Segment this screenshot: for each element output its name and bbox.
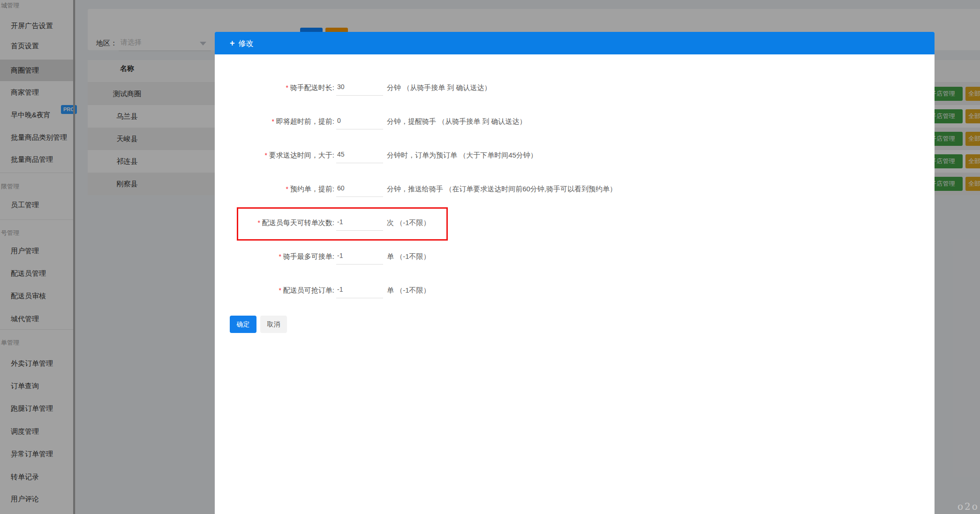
watermark: o2o (957, 501, 979, 512)
form-row-grab-limit: *配送员可抢订单: 单 （-1不限） (215, 273, 935, 307)
delivery-duration-input[interactable] (336, 80, 383, 96)
required-mark: * (286, 185, 288, 193)
field-suffix: 分钟时，订单为预订单 （大于下单时间45分钟） (387, 151, 537, 160)
confirm-button[interactable]: 确定 (230, 316, 256, 333)
required-mark: * (271, 118, 274, 125)
modal-footer: 确定 取消 (215, 316, 935, 333)
required-mark: * (279, 287, 281, 294)
grab-limit-input[interactable] (336, 283, 383, 298)
modal-title: 修改 (239, 39, 254, 47)
required-mark: * (257, 219, 260, 227)
field-suffix: 单 （-1不限） (387, 286, 430, 295)
plus-icon: + (230, 38, 235, 48)
form-row-delivery-duration: *骑手配送时长: 分钟 （从骑手接单 到 确认送达） (215, 71, 935, 105)
preorder-threshold-input[interactable] (336, 148, 383, 163)
timeout-remind-input[interactable] (336, 114, 383, 129)
field-label: *骑手最多可接单: (215, 252, 334, 261)
field-label: *配送员可抢订单: (215, 286, 334, 295)
field-suffix: 分钟，提醒骑手 （从骑手接单 到 确认送达） (387, 117, 527, 126)
form-row-reservation-push: *预约单，提前: 分钟，推送给骑手 （在订单要求送达时间前60分钟,骑手可以看到… (215, 172, 935, 206)
screen: 城管理 开屏广告设置 首页设置 商圈管理 商家管理 早中晚&夜宵 PRO 批量商… (0, 0, 980, 514)
required-mark: * (279, 253, 281, 260)
required-mark: * (286, 84, 288, 91)
field-label: *配送员每天可转单次数: (215, 219, 334, 227)
field-label: *骑手配送时长: (215, 83, 334, 92)
modal-body: *骑手配送时长: 分钟 （从骑手接单 到 确认送达） *即将超时前，提前: 分钟… (215, 54, 935, 333)
field-label: *要求送达时间，大于: (215, 151, 334, 160)
field-suffix: 单 （-1不限） (387, 252, 430, 261)
max-accept-input[interactable] (336, 249, 383, 265)
transfer-limit-input[interactable] (336, 215, 383, 231)
form-row-timeout-remind: *即将超时前，提前: 分钟，提醒骑手 （从骑手接单 到 确认送达） (215, 105, 935, 138)
edit-modal: +修改 *骑手配送时长: 分钟 （从骑手接单 到 确认送达） *即将超时前，提前… (215, 32, 935, 514)
form-row-preorder-threshold: *要求送达时间，大于: 分钟时，订单为预订单 （大于下单时间45分钟） (215, 138, 935, 172)
field-suffix: 次 （-1不限） (387, 219, 430, 227)
field-label: *预约单，提前: (215, 185, 334, 194)
field-label: *即将超时前，提前: (215, 117, 334, 126)
form-row-max-accept: *骑手最多可接单: 单 （-1不限） (215, 240, 935, 273)
field-suffix: 分钟 （从骑手接单 到 确认送达） (387, 83, 491, 92)
reservation-push-input[interactable] (336, 181, 383, 197)
modal-header: +修改 (215, 32, 935, 54)
required-mark: * (264, 151, 267, 159)
form-row-transfer-limit: *配送员每天可转单次数: 次 （-1不限） (215, 206, 935, 240)
field-suffix: 分钟，推送给骑手 （在订单要求送达时间前60分钟,骑手可以看到预约单） (387, 185, 617, 194)
cancel-button[interactable]: 取消 (260, 316, 287, 333)
